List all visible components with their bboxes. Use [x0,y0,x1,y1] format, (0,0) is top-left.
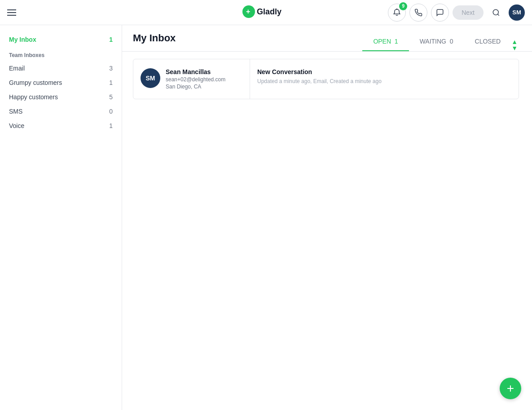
sidebar-item-voice-count: 1 [109,122,113,129]
conv-email: sean+02@delighted.com [166,76,225,83]
content-header: My Inbox OPEN 1 WAITING 0 CLOSED ▲ ▼ [122,25,532,52]
sort-arrows[interactable]: ▲ ▼ [511,39,521,51]
conversation-list: SM Sean Mancillas sean+02@delighted.com … [122,52,532,410]
sort-down-icon: ▼ [511,45,518,51]
sidebar-item-voice-label: Voice [9,122,24,129]
conv-avatar: SM [141,68,160,88]
sidebar-item-sms-label: SMS [9,108,22,115]
svg-point-4 [493,9,498,15]
conv-name: Sean Mancillas [166,68,225,75]
topnav: + Gladly 9 Next [0,0,532,25]
sidebar-item-grumpy-count: 1 [109,79,113,86]
logo: + Gladly [242,4,291,21]
sidebar-item-email[interactable]: Email 3 [0,61,122,75]
sidebar-item-grumpy-label: Grumpy customers [9,79,62,86]
header-right: OPEN 1 WAITING 0 CLOSED ▲ ▼ [362,32,521,51]
sidebar-item-email-count: 3 [109,65,113,72]
main-layout: My Inbox 1 Team Inboxes Email 3 Grumpy c… [0,25,532,410]
tab-closed[interactable]: CLOSED [464,32,512,51]
next-button[interactable]: Next [453,5,484,20]
conv-subject: New Conversation [257,68,511,75]
fab-new-conversation[interactable]: + [500,378,521,399]
notification-badge: 9 [399,2,407,10]
my-inbox-label: My Inbox [9,36,36,43]
svg-point-3 [396,9,397,9]
sidebar-item-happy-label: Happy customers [9,93,58,101]
sidebar-item-sms-count: 0 [109,108,113,115]
notifications-button[interactable]: 9 [388,4,406,22]
team-inboxes-title: Team Inboxes [0,47,122,61]
sidebar-item-voice[interactable]: Voice 1 [0,119,122,133]
conv-meta: Updated a minute ago, Email, Created a m… [257,78,511,84]
user-avatar[interactable]: SM [509,4,525,21]
nav-right: 9 Next SM [388,4,525,22]
tabs-row: OPEN 1 WAITING 0 CLOSED [362,32,511,51]
svg-text:+: + [246,8,250,15]
sidebar-item-email-label: Email [9,65,25,72]
sidebar-item-happy-count: 5 [109,93,113,101]
phone-button[interactable] [409,4,427,22]
sidebar-item-happy-customers[interactable]: Happy customers 5 [0,90,122,104]
sort-up-icon: ▲ [511,39,518,45]
sidebar-item-grumpy-customers[interactable]: Grumpy customers 1 [0,75,122,90]
search-button[interactable] [487,4,505,22]
conv-details: New Conversation Updated a minute ago, E… [250,59,519,99]
sidebar-item-my-inbox[interactable]: My Inbox 1 [0,32,122,47]
sidebar-item-sms[interactable]: SMS 0 [0,104,122,119]
conv-info: Sean Mancillas sean+02@delighted.com San… [166,68,225,90]
my-inbox-count: 1 [109,36,113,43]
page-title: My Inbox [133,32,176,51]
conv-contact: SM Sean Mancillas sean+02@delighted.com … [133,59,250,99]
menu-icon[interactable] [7,9,16,16]
tab-open[interactable]: OPEN 1 [362,32,409,51]
sidebar: My Inbox 1 Team Inboxes Email 3 Grumpy c… [0,25,122,410]
conversation-card[interactable]: SM Sean Mancillas sean+02@delighted.com … [133,59,519,99]
chat-button[interactable] [431,4,449,22]
svg-text:Gladly: Gladly [257,7,281,16]
content-area: My Inbox OPEN 1 WAITING 0 CLOSED ▲ ▼ SM [122,25,532,410]
tab-waiting[interactable]: WAITING 0 [409,32,464,51]
svg-line-5 [497,14,499,15]
conv-location: San Diego, CA [166,84,225,90]
nav-left [7,9,16,16]
